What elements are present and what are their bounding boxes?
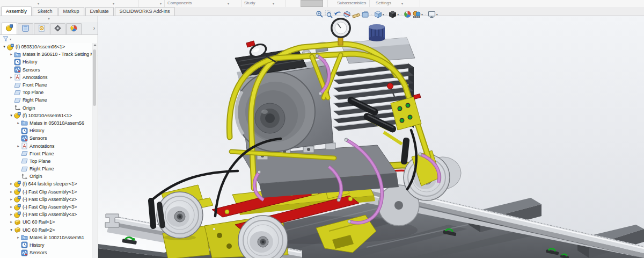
tree-item[interactable]: ▸Annotations <box>0 74 98 81</box>
tree-item[interactable]: ▸Mates in 260610 - Track Setting Ma <box>0 51 98 58</box>
tree-item[interactable]: Sensors <box>0 134 98 142</box>
display-style-dropdown-caret-icon[interactable]: ▾ <box>397 12 399 16</box>
tree-expand-arrow-icon[interactable]: ▸ <box>9 190 14 194</box>
tree-item[interactable]: ▸Mates in 100210Assem51 <box>0 234 98 241</box>
history-icon <box>14 59 21 66</box>
tree-item[interactable]: ▸(f) 644 fastclip sleeper<1> <box>0 180 98 188</box>
tree-item[interactable]: ▾UIC 60 Rail<2> <box>0 226 98 234</box>
tree-item[interactable]: Origin <box>0 104 98 112</box>
tree-expand-arrow-icon[interactable]: ▾ <box>2 45 7 49</box>
graphics-viewport[interactable] <box>98 16 644 258</box>
tree-item-label: Annotations <box>30 144 54 149</box>
filter-funnel-icon[interactable] <box>3 34 9 44</box>
tree-expand-arrow-icon[interactable]: ▸ <box>16 121 21 125</box>
panel-tab-displaymanager[interactable] <box>66 23 82 34</box>
measure-icon[interactable] <box>352 10 360 18</box>
tree-expand-arrow-icon[interactable]: ▸ <box>9 205 14 209</box>
tree-item[interactable]: Sensors <box>0 66 98 74</box>
ribbon-button-label-settings[interactable]: Settings <box>376 1 391 5</box>
tree-item[interactable]: History <box>0 58 98 66</box>
ribbon-dropdown-caret-icon[interactable]: ▾ <box>401 2 403 5</box>
view-orientation-icon[interactable] <box>374 10 382 18</box>
tree-expand-arrow-icon[interactable]: ▸ <box>16 235 21 240</box>
tree-expand-arrow-icon[interactable]: ▸ <box>9 212 14 217</box>
tree-expand-arrow-icon[interactable]: ▸ <box>9 220 14 224</box>
red-lever-knob[interactable] <box>387 83 393 89</box>
ribbon-dropdown-caret-icon[interactable]: ▾ <box>228 2 229 5</box>
tree-item[interactable]: Right Plane <box>0 165 98 173</box>
tree-item[interactable]: ▸Mates in 050310Assem56 <box>0 119 98 127</box>
tree-item[interactable]: History <box>0 127 98 134</box>
panel-tab-dimxpertmanager[interactable] <box>50 23 65 34</box>
tree-item[interactable]: Top Plane <box>0 157 98 165</box>
blue-breather-cap[interactable] <box>369 24 385 41</box>
tree-item[interactable]: ▾(f) 100210Assem51<1> <box>0 112 98 119</box>
headsup-view-toolbar: ·▾·▾·▾·▾ <box>316 10 438 18</box>
tree-item[interactable]: ▸(-) Fast Clip Assembly<2> <box>0 196 98 203</box>
tree-item[interactable]: Top Plane <box>0 89 98 96</box>
featuremanager-icon <box>5 24 13 34</box>
panel-tab-propertymanager[interactable] <box>18 23 33 34</box>
plane-icon <box>14 97 21 104</box>
assembly-icon <box>14 188 21 195</box>
view-settings-dropdown-caret-icon[interactable]: ▾ <box>436 12 438 16</box>
apply-scene-icon[interactable] <box>361 10 369 18</box>
tree-item[interactable]: ▾(f) 050310Assem06<1> <box>0 43 98 51</box>
zoom-to-fit-icon[interactable] <box>316 10 324 18</box>
tree-expand-arrow-icon[interactable]: ▸ <box>9 52 14 56</box>
tree-item[interactable]: ▸(-) Fast Clip Assembly<4> <box>0 211 98 218</box>
panel-tab-configurationmanager[interactable] <box>34 23 49 34</box>
ribbon-pressed-button[interactable] <box>301 0 323 7</box>
tab-evaluate[interactable]: Evaluate <box>85 7 114 16</box>
tree-item-label: Top Plane <box>23 90 43 95</box>
tree-item[interactable]: Front Plane <box>0 150 98 157</box>
panel-tab-featuremanager[interactable] <box>2 23 17 34</box>
scrollbar-thumb[interactable] <box>93 49 96 106</box>
panel-collapse-caret-icon[interactable]: ▾ <box>0 16 98 22</box>
ribbon-dropdown-caret-icon[interactable]: ▾ <box>160 2 162 5</box>
ribbon-dropdown-caret-icon[interactable]: ▾ <box>273 2 274 5</box>
tree-item[interactable]: ▸UIC 60 Rail<1> <box>0 218 98 226</box>
tree-expand-arrow-icon[interactable]: ▸ <box>9 182 14 186</box>
tree-item[interactable]: ▸(-) Fast Clip Assembly<3> <box>0 203 98 211</box>
tree-expand-arrow-icon[interactable]: ▸ <box>16 144 21 148</box>
tree-item[interactable]: Sensors <box>0 249 98 256</box>
plane-icon <box>14 89 21 96</box>
previous-view-icon[interactable] <box>334 10 342 18</box>
tree-scrollbar[interactable] <box>92 43 97 258</box>
annotations-icon <box>14 74 21 81</box>
tree-expand-arrow-icon[interactable]: ▾ <box>9 228 14 232</box>
section-view-icon[interactable] <box>343 10 351 18</box>
zoom-to-area-icon[interactable] <box>325 10 333 18</box>
filter-caret-icon[interactable]: ▾ <box>10 37 11 41</box>
scrollbar-up-arrow-icon[interactable] <box>93 44 97 46</box>
tree-expand-arrow-icon[interactable]: ▾ <box>9 113 14 118</box>
view-settings-icon[interactable] <box>428 10 436 18</box>
tree-item[interactable]: Right Plane <box>0 96 98 104</box>
ribbon-dropdown-caret-icon[interactable]: ▾ <box>38 2 39 5</box>
edit-appearance-icon[interactable] <box>404 10 412 18</box>
view-orientation-dropdown-caret-icon[interactable]: ▾ <box>383 12 384 16</box>
panel-tab-overflow-chevron-icon[interactable]: › <box>93 26 95 31</box>
tree-item[interactable]: Origin <box>0 173 98 180</box>
tab-sketch[interactable]: Sketch <box>33 7 57 16</box>
ribbon-dropdown-caret-icon[interactable]: ▾ <box>113 2 114 5</box>
cad-scene[interactable] <box>98 16 644 258</box>
plane-icon <box>21 150 28 157</box>
apply-scene-gallery-icon[interactable] <box>413 10 421 18</box>
tree-expand-arrow-icon[interactable]: ▸ <box>9 197 14 202</box>
tree-item[interactable]: History <box>0 241 98 249</box>
origin-icon <box>14 104 21 111</box>
tab-solidworks-add-ins[interactable]: SOLIDWORKS Add-Ins <box>115 7 175 16</box>
tab-markup[interactable]: Markup <box>58 7 84 16</box>
display-style-icon[interactable] <box>389 10 397 18</box>
tab-assembly[interactable]: Assembly <box>1 6 32 16</box>
ribbon-button-label-subassemblies[interactable]: Subassemblies <box>337 1 366 5</box>
apply-scene-gallery-dropdown-caret-icon[interactable]: ▾ <box>421 12 423 16</box>
tree-item[interactable]: ▸Annotations <box>0 142 98 149</box>
tree-item[interactable]: ▸(-) Fast Clip Assembly<1> <box>0 188 98 196</box>
tree-expand-arrow-icon[interactable]: ▸ <box>9 75 14 80</box>
ribbon-button-label-study[interactable]: Study <box>244 1 255 5</box>
ribbon-button-label-components[interactable]: Components <box>167 1 192 5</box>
tree-item[interactable]: Front Plane <box>0 81 98 89</box>
